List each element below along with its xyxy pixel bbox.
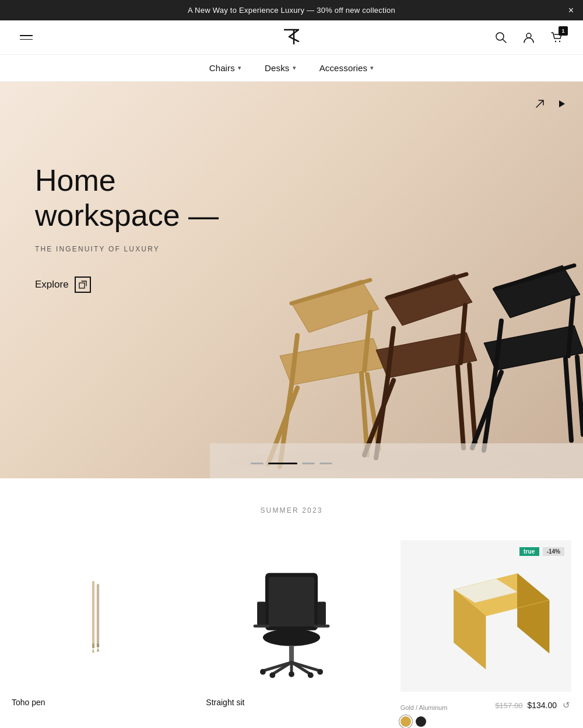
nav-desks[interactable]: Desks ▾: [265, 63, 296, 73]
hero-prev-button[interactable]: [532, 96, 548, 115]
svg-rect-32: [97, 644, 99, 648]
svg-marker-33: [97, 648, 99, 652]
svg-point-40: [263, 629, 320, 646]
svg-point-49: [289, 671, 294, 677]
product-image-2: [206, 540, 377, 692]
main-nav: Chairs ▾ Desks ▾ Accessories ▾: [0, 55, 583, 82]
hero-nav: [532, 96, 569, 115]
svg-rect-38: [254, 625, 270, 628]
swatch-black[interactable]: [416, 716, 426, 727]
chevron-down-icon: ▾: [370, 64, 374, 72]
svg-marker-30: [92, 648, 94, 653]
nav-accessories-label: Accessories: [319, 63, 368, 73]
product-name-2: Straight sit: [206, 698, 377, 707]
cart-badge: 1: [559, 26, 568, 36]
svg-rect-37: [317, 601, 326, 625]
dot-4[interactable]: [319, 463, 332, 464]
product-card-toho-pen: Toho pen: [0, 528, 194, 728]
svg-point-51: [308, 673, 314, 678]
product-card-straight-sit: Straight sit: [194, 528, 388, 728]
header: 1: [0, 20, 583, 55]
explore-label: Explore: [35, 279, 69, 290]
svg-line-18: [469, 365, 475, 442]
dot-3[interactable]: [302, 463, 315, 464]
explore-icon: [75, 276, 91, 293]
header-right: 1: [492, 29, 566, 46]
announcement-bar: A New Way to Experience Luxury — 30% off…: [0, 0, 583, 20]
svg-rect-7: [79, 283, 85, 288]
svg-point-4: [555, 41, 556, 42]
office-chair-image: [239, 552, 344, 680]
expand-icon: [79, 281, 87, 289]
section-title: SUMMER 2023: [0, 478, 583, 528]
product-grid: Toho pen: [0, 528, 583, 728]
svg-rect-41: [289, 646, 294, 663]
wishlist-button[interactable]: ↺: [561, 699, 571, 712]
product-image-1: [12, 540, 182, 692]
header-left: [17, 33, 35, 42]
hero-content: Home workspace — THE INGENUITY OF LUXURY…: [35, 163, 219, 293]
announcement-close[interactable]: ×: [568, 6, 574, 15]
account-button[interactable]: [520, 29, 538, 46]
dot-2[interactable]: [268, 463, 297, 464]
svg-rect-31: [97, 584, 99, 645]
price-original: $157.00: [495, 701, 522, 710]
svg-marker-6: [559, 100, 565, 107]
svg-line-10: [361, 373, 367, 455]
search-icon: [494, 31, 507, 44]
product-color-label: Gold / Aluminum: [401, 704, 448, 711]
logo-icon: [280, 24, 303, 47]
svg-line-22: [566, 359, 571, 440]
svg-rect-39: [314, 625, 330, 628]
svg-line-16: [458, 366, 463, 448]
hamburger-line-2: [20, 39, 33, 40]
cube-image: [422, 558, 550, 674]
color-swatches: [401, 716, 571, 727]
hero-subtitle: THE INGENUITY OF LUXURY: [35, 245, 219, 253]
slider-dots: [251, 463, 332, 464]
play-icon: [556, 99, 567, 109]
svg-line-24: [577, 357, 583, 435]
svg-rect-28: [92, 581, 94, 645]
badge-sale: true: [519, 547, 539, 556]
chevron-down-icon: ▾: [238, 64, 241, 72]
featured-section: SUMMER 2023 Toho pen: [0, 478, 583, 728]
svg-line-2: [503, 40, 507, 43]
search-button[interactable]: [492, 29, 510, 46]
hero-chairs-image: [210, 187, 583, 478]
hamburger-menu[interactable]: [17, 33, 35, 42]
product-prices: $157.00 $134.00 ↺: [495, 699, 571, 712]
product-card-thincube: true -14%: [389, 528, 583, 728]
svg-rect-29: [92, 644, 94, 649]
hamburger-line-1: [20, 35, 33, 36]
explore-button[interactable]: Explore: [35, 276, 91, 293]
nav-desks-label: Desks: [265, 63, 289, 73]
chairs-svg: [210, 187, 583, 478]
swatch-gold[interactable]: [401, 716, 411, 727]
svg-rect-35: [269, 577, 315, 626]
hero-title: Home workspace —: [35, 163, 219, 233]
svg-point-48: [317, 669, 323, 675]
product-badges: true -14%: [519, 547, 564, 556]
hero-section: Home workspace — THE INGENUITY OF LUXURY…: [0, 82, 583, 478]
rocket-icon: [534, 98, 546, 110]
price-sale: $134.00: [527, 701, 557, 710]
dot-1[interactable]: [251, 463, 264, 464]
hero-next-button[interactable]: [554, 96, 569, 114]
svg-rect-36: [257, 601, 266, 625]
account-icon: [522, 31, 535, 44]
logo[interactable]: [280, 24, 303, 51]
nav-chairs-label: Chairs: [209, 63, 235, 73]
nav-accessories[interactable]: Accessories ▾: [319, 63, 374, 73]
svg-point-47: [260, 669, 266, 675]
svg-marker-53: [518, 573, 550, 653]
chevron-down-icon: ▾: [293, 64, 296, 72]
svg-rect-27: [210, 443, 583, 478]
product-image-3: true -14%: [401, 540, 571, 692]
nav-chairs[interactable]: Chairs ▾: [209, 63, 241, 73]
cart-button[interactable]: 1: [548, 29, 566, 46]
svg-point-5: [559, 41, 560, 42]
announcement-text: A New Way to Experience Luxury — 30% off…: [188, 6, 395, 15]
pen-image: [80, 558, 115, 674]
svg-point-3: [526, 33, 531, 38]
